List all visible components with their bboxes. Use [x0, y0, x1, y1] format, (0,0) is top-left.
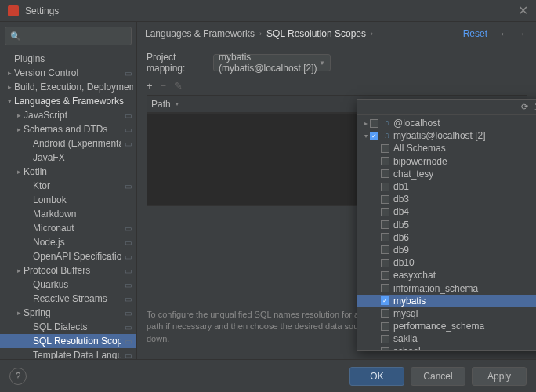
- scope-item[interactable]: chat_tesy: [357, 168, 536, 180]
- chevron-down-icon: ▼: [319, 60, 325, 67]
- reset-link[interactable]: Reset: [463, 28, 487, 39]
- sidebar-item[interactable]: ▸Protocol Buffers▭: [0, 263, 136, 278]
- scope-item-label: db5: [393, 220, 409, 230]
- content-area: Project mapping: mybatis (mybatis@localh…: [137, 45, 536, 359]
- scope-item[interactable]: db3: [357, 193, 536, 205]
- scope-item[interactable]: school: [357, 345, 536, 350]
- scope-item[interactable]: db1: [357, 180, 536, 193]
- scope-item[interactable]: db4: [357, 205, 536, 218]
- sidebar-item[interactable]: Plugins: [0, 52, 136, 66]
- scope-indicator-icon: ▭: [123, 267, 133, 275]
- scope-checkbox[interactable]: [381, 347, 389, 350]
- sidebar-item[interactable]: SQL Resolution Scopes▭: [0, 334, 136, 348]
- search-input[interactable]: 🔍: [5, 27, 132, 45]
- scope-item[interactable]: bipowernode: [357, 155, 536, 168]
- scope-checkbox[interactable]: [381, 195, 389, 204]
- scope-checkbox[interactable]: [381, 259, 389, 267]
- sidebar-item[interactable]: Android (Experimental)▭: [0, 136, 136, 151]
- scope-item[interactable]: db10: [357, 256, 536, 269]
- sidebar-item-label: Languages & Frameworks: [14, 96, 133, 107]
- sidebar-item[interactable]: SQL Dialects▭: [0, 320, 136, 334]
- scope-checkbox[interactable]: [381, 169, 389, 178]
- scope-tree[interactable]: ▸⎍@localhost▾⎍mybatis@localhost [2]All S…: [357, 115, 536, 350]
- sidebar-item[interactable]: Ktor▭: [0, 179, 136, 193]
- sidebar-item[interactable]: ▸JavaScript▭: [0, 108, 136, 122]
- sidebar-item-label: OpenAPI Specifications: [33, 251, 121, 262]
- project-mapping-combo[interactable]: mybatis (mybatis@localhost [2]) ▼: [213, 54, 331, 71]
- sidebar-item[interactable]: JavaFX: [0, 151, 136, 165]
- apply-button[interactable]: Apply: [472, 367, 527, 386]
- sidebar-item[interactable]: OpenAPI Specifications▭: [0, 249, 136, 263]
- scope-item-label: sakila: [393, 333, 418, 344]
- sidebar-item[interactable]: ▸Schemas and DTDs▭: [0, 122, 136, 136]
- scope-checkbox[interactable]: [381, 157, 389, 165]
- scope-indicator-icon: ▭: [123, 281, 133, 289]
- close-icon[interactable]: ✕: [518, 3, 528, 18]
- scope-item[interactable]: db6: [357, 231, 536, 244]
- scope-item[interactable]: All Schemas: [357, 142, 536, 154]
- scope-item[interactable]: db9: [357, 244, 536, 256]
- back-icon[interactable]: ←: [499, 27, 510, 40]
- sidebar-item[interactable]: Reactive Streams▭: [0, 292, 136, 306]
- scope-item-label: bipowernode: [393, 156, 447, 167]
- sidebar-item[interactable]: ▾Languages & Frameworks: [0, 94, 136, 108]
- scope-checkbox[interactable]: [370, 119, 378, 128]
- table-toolbar: + − ✎: [147, 78, 527, 96]
- cancel-button[interactable]: Cancel: [411, 367, 465, 386]
- scope-checkbox[interactable]: [381, 144, 389, 153]
- scope-checkbox[interactable]: [381, 309, 389, 318]
- scope-item[interactable]: db5: [357, 219, 536, 231]
- scope-checkbox[interactable]: [381, 271, 389, 280]
- scope-checkbox[interactable]: [381, 208, 389, 216]
- forward-icon[interactable]: →: [515, 27, 526, 40]
- sidebar-item[interactable]: Markdown: [0, 207, 136, 221]
- scope-indicator-icon: ▭: [123, 295, 133, 303]
- scope-item[interactable]: mybatis: [357, 295, 536, 307]
- sidebar-item[interactable]: Lombok: [0, 193, 136, 207]
- scope-item[interactable]: information_schema: [357, 281, 536, 294]
- scope-item[interactable]: sakila: [357, 332, 536, 345]
- chevron-right-icon: ›: [371, 30, 373, 38]
- scope-item-label: db3: [393, 194, 409, 205]
- sidebar-item[interactable]: Template Data Languages▭: [0, 348, 136, 359]
- scope-indicator-icon: ▭: [123, 224, 133, 233]
- scope-checkbox[interactable]: [381, 220, 389, 229]
- refresh-icon[interactable]: ⟳: [521, 102, 528, 112]
- sidebar-item[interactable]: ▸Version Control▭: [0, 66, 136, 80]
- sidebar-item-label: Markdown: [33, 209, 133, 220]
- settings-sidebar: 🔍 Plugins▸Version Control▭▸Build, Execut…: [0, 22, 137, 359]
- breadcrumb-root[interactable]: Languages & Frameworks: [145, 28, 255, 39]
- scope-item[interactable]: ▸⎍@localhost: [357, 117, 536, 129]
- scope-checkbox[interactable]: [370, 132, 378, 140]
- scope-checkbox[interactable]: [381, 322, 389, 331]
- sidebar-item[interactable]: Node.js▭: [0, 235, 136, 249]
- sidebar-item-label: Ktor: [33, 180, 121, 191]
- sidebar-item[interactable]: Micronaut▭: [0, 221, 136, 235]
- sidebar-item[interactable]: ▸Spring▭: [0, 306, 136, 320]
- scope-checkbox[interactable]: [381, 183, 389, 191]
- settings-content: Languages & Frameworks › SQL Resolution …: [137, 22, 536, 359]
- sidebar-item-label: Build, Execution, Deployment: [14, 82, 133, 93]
- remove-button[interactable]: −: [161, 80, 167, 92]
- scope-item-label: mysql: [393, 308, 418, 319]
- scope-checkbox[interactable]: [381, 284, 389, 292]
- sidebar-item[interactable]: ▸Kotlin: [0, 165, 136, 179]
- scope-item[interactable]: ▾⎍mybatis@localhost [2]: [357, 129, 536, 142]
- scope-item[interactable]: performance_schema: [357, 320, 536, 332]
- project-mapping-label: Project mapping:: [147, 52, 213, 74]
- sidebar-item[interactable]: ▸Build, Execution, Deployment: [0, 80, 136, 94]
- settings-tree[interactable]: Plugins▸Version Control▭▸Build, Executio…: [0, 50, 136, 359]
- scope-checkbox[interactable]: [381, 296, 389, 305]
- edit-button[interactable]: ✎: [174, 80, 183, 92]
- scope-checkbox[interactable]: [381, 245, 389, 254]
- sidebar-item[interactable]: Quarkus▭: [0, 278, 136, 292]
- scope-item[interactable]: easyxchat: [357, 269, 536, 281]
- add-button[interactable]: +: [147, 80, 153, 92]
- scope-item-label: db10: [393, 257, 415, 268]
- scope-item[interactable]: mysql: [357, 307, 536, 320]
- scope-checkbox[interactable]: [381, 335, 389, 343]
- help-button[interactable]: ?: [9, 368, 27, 385]
- ok-button[interactable]: OK: [349, 367, 404, 386]
- scope-item-label: db4: [393, 206, 409, 217]
- scope-checkbox[interactable]: [381, 233, 389, 241]
